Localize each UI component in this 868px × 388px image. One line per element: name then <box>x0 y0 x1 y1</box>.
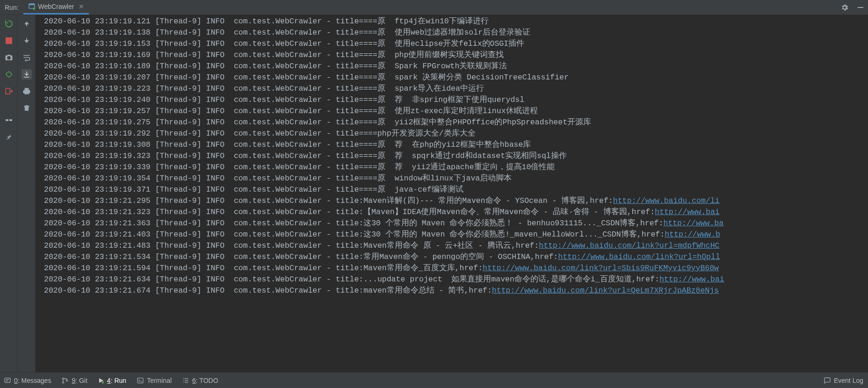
bb-label: 0: Messages <box>14 377 51 384</box>
console-line: 2020-06-10 23:19:21.594 [Thread-9] INFO … <box>44 263 868 274</box>
console-link[interactable]: http://www.baidu.com/link?url=mdpfWhcHC <box>539 241 719 250</box>
bottom-tool-bar: 0: Messages 9: Git 4: Run Terminal 6: TO… <box>0 372 868 388</box>
layout-icon[interactable] <box>4 115 14 125</box>
svg-point-6 <box>6 72 11 77</box>
console-line: 2020-06-10 23:19:19.323 [Thread-9] INFO … <box>44 151 868 162</box>
git-tab[interactable]: 9: Git <box>61 377 87 384</box>
console-line: 2020-06-10 23:19:19.189 [Thread-9] INFO … <box>44 61 868 72</box>
console-line: 2020-06-10 23:19:19.257 [Thread-9] INFO … <box>44 106 868 117</box>
console-text: 2020-06-10 23:19:19.121 [Thread-9] INFO … <box>36 15 868 297</box>
event-log[interactable]: Event Log <box>824 377 863 384</box>
print-icon[interactable] <box>22 86 32 96</box>
svg-rect-9 <box>9 119 12 121</box>
console-line: 2020-06-10 23:19:19.153 [Thread-9] INFO … <box>44 38 868 50</box>
bb-label: 9: Git <box>72 377 87 384</box>
console-line: 2020-06-10 23:19:19.275 [Thread-9] INFO … <box>44 117 868 128</box>
console-link[interactable]: http://www.baidu.com/link?url=hQpll <box>558 252 720 261</box>
run-actions-gutter <box>0 15 18 372</box>
svg-point-2 <box>33 7 35 10</box>
console-line: 2020-06-10 23:19:19.354 [Thread-9] INFO … <box>44 173 868 184</box>
minimize-icon[interactable] <box>856 3 865 12</box>
console-line: 2020-06-10 23:19:21.403 [Thread-9] INFO … <box>44 229 868 240</box>
soft-wrap-icon[interactable] <box>22 52 32 63</box>
console-line: 2020-06-10 23:19:21.674 [Thread-9] INFO … <box>44 285 868 296</box>
down-icon[interactable] <box>22 36 32 46</box>
svg-rect-10 <box>26 24 27 26</box>
rerun-icon[interactable] <box>4 19 14 29</box>
scroll-to-end-icon[interactable] <box>22 69 32 79</box>
svg-rect-3 <box>858 7 863 8</box>
svg-point-15 <box>66 380 68 381</box>
console-line: 2020-06-10 23:19:19.339 [Thread-9] INFO … <box>44 162 868 173</box>
run-tab-name: WebCrawler <box>38 3 74 10</box>
pin-icon[interactable] <box>4 132 14 142</box>
console-line: 2020-06-10 23:19:19.308 [Thread-9] INFO … <box>44 139 868 151</box>
svg-rect-17 <box>137 378 143 383</box>
console-link[interactable]: http://www.baidu.com/li <box>613 196 720 205</box>
trash-icon[interactable] <box>22 103 32 113</box>
svg-rect-11 <box>26 38 27 41</box>
console-line: 2020-06-10 23:19:21.323 [Thread-9] INFO … <box>44 207 868 218</box>
console-line: 2020-06-10 23:19:21.483 [Thread-9] INFO … <box>44 240 868 251</box>
run-config-icon <box>28 3 36 10</box>
todo-tab[interactable]: 6: TODO <box>182 377 218 384</box>
console-line: 2020-06-10 23:19:19.292 [Thread-9] INFO … <box>44 128 868 139</box>
panel-label: Run: <box>0 0 23 14</box>
exit-icon[interactable] <box>4 86 14 96</box>
messages-tab[interactable]: 0: Messages <box>4 377 51 384</box>
console-link[interactable]: http://www.baidu.com/link?url=QeLm7XRjrJ… <box>492 286 719 295</box>
console-line: 2020-06-10 23:19:21.634 [Thread-9] INFO … <box>44 274 868 285</box>
svg-point-5 <box>8 57 10 59</box>
console-line: 2020-06-10 23:19:21.295 [Thread-9] INFO … <box>44 195 868 207</box>
svg-rect-12 <box>5 378 10 382</box>
console-line: 2020-06-10 23:19:19.240 [Thread-9] INFO … <box>44 94 868 106</box>
bb-label: 4: Run <box>107 377 126 384</box>
gear-icon[interactable] <box>840 3 849 12</box>
terminal-tab[interactable]: Terminal <box>137 377 172 384</box>
console-line: 2020-06-10 23:19:19.121 [Thread-9] INFO … <box>44 16 868 27</box>
svg-point-16 <box>101 381 104 383</box>
svg-point-14 <box>63 381 64 383</box>
svg-rect-8 <box>6 119 8 121</box>
console-line: 2020-06-10 23:19:19.138 [Thread-9] INFO … <box>44 27 868 38</box>
console-line: 2020-06-10 23:19:19.169 [Thread-9] INFO … <box>44 50 868 61</box>
stop-icon[interactable] <box>4 36 14 46</box>
run-tab-bottom[interactable]: 4: Run <box>98 377 126 384</box>
console-link[interactable]: http://www.baidu.com/link?url=Sbis9RuFKM… <box>483 264 719 273</box>
debug-icon[interactable] <box>4 69 14 79</box>
svg-rect-4 <box>6 37 12 44</box>
event-log-label: Event Log <box>834 377 863 384</box>
camera-icon[interactable] <box>4 52 14 63</box>
console-line: 2020-06-10 23:19:19.371 [Thread-9] INFO … <box>44 184 868 195</box>
svg-point-13 <box>63 378 64 379</box>
console-actions-gutter <box>18 15 36 372</box>
svg-rect-7 <box>6 88 10 94</box>
run-body: 2020-06-10 23:19:19.121 [Thread-9] INFO … <box>0 15 868 372</box>
svg-rect-1 <box>29 4 35 5</box>
console-link[interactable]: http://www.bai <box>659 275 724 284</box>
run-tab[interactable]: WebCrawler ✕ <box>23 0 89 14</box>
console-link[interactable]: http://www.b <box>665 230 720 239</box>
console-view[interactable]: 2020-06-10 23:19:19.121 [Thread-9] INFO … <box>36 15 868 372</box>
up-icon[interactable] <box>22 19 32 29</box>
console-line: 2020-06-10 23:19:19.223 [Thread-9] INFO … <box>44 83 868 94</box>
console-link[interactable]: http://www.bai <box>655 208 720 216</box>
close-icon[interactable]: ✕ <box>79 3 84 10</box>
console-line: 2020-06-10 23:19:19.207 [Thread-9] INFO … <box>44 72 868 83</box>
console-link[interactable]: http://www.ba <box>663 219 723 228</box>
run-tool-window-header: Run: WebCrawler ✕ <box>0 0 868 15</box>
bb-label: 6: TODO <box>192 377 218 384</box>
console-line: 2020-06-10 23:19:21.363 [Thread-9] INFO … <box>44 218 868 229</box>
console-line: 2020-06-10 23:19:21.534 [Thread-9] INFO … <box>44 251 868 263</box>
bb-label: Terminal <box>147 377 172 384</box>
